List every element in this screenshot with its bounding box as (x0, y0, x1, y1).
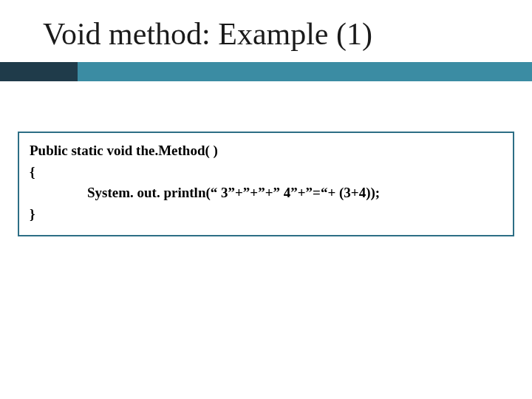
slide-title: Void method: Example (1) (0, 0, 532, 62)
title-divider (0, 62, 532, 81)
code-line-2: { (30, 162, 502, 183)
divider-teal-segment (78, 62, 532, 81)
code-line-1: Public static void the.Method( ) (30, 140, 502, 162)
code-line-4: } (30, 204, 502, 225)
code-line-3: System. out. println(“ 3”+”+”+” 4”+”=“+ … (30, 183, 502, 204)
code-example-box: Public static void the.Method( ) { Syste… (18, 132, 514, 236)
divider-dark-segment (0, 62, 78, 81)
